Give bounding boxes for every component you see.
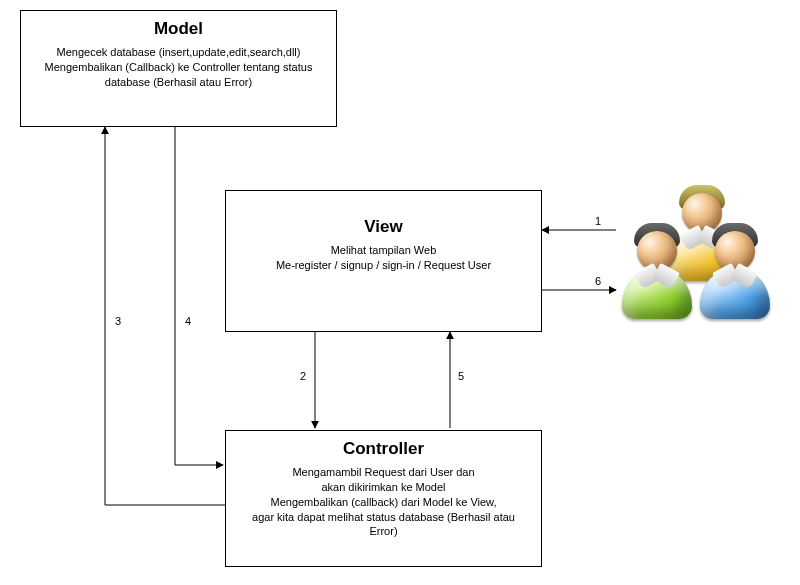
label-6: 6: [595, 275, 601, 287]
view-desc-l1: Melihat tampilan Web: [331, 244, 437, 256]
label-1: 1: [595, 215, 601, 227]
view-box: View Melihat tampilan Web Me-register / …: [225, 190, 542, 332]
label-5: 5: [458, 370, 464, 382]
model-box: Model Mengecek database (insert,update,e…: [20, 10, 337, 127]
controller-title: Controller: [226, 431, 541, 461]
view-title: View: [226, 191, 541, 239]
users-icon: [615, 185, 775, 345]
user-blue-icon: [693, 223, 777, 333]
user-green-icon: [615, 223, 699, 333]
arrow-3-icon: [105, 127, 225, 505]
view-desc-l2: Me-register / signup / sign-in / Request…: [276, 259, 491, 271]
label-2: 2: [300, 370, 306, 382]
label-4: 4: [185, 315, 191, 327]
model-title: Model: [21, 11, 336, 41]
controller-desc-l3: Mengembalikan (callback) dari Model ke V…: [270, 496, 496, 508]
controller-desc-l2: akan dikirimkan ke Model: [321, 481, 445, 493]
model-desc-l2: Mengembalikan (Callback) ke Controller t…: [45, 61, 313, 73]
arrow-4-icon: [175, 127, 223, 465]
controller-box: Controller Mengamambil Request dari User…: [225, 430, 542, 567]
model-desc: Mengecek database (insert,update,edit,se…: [21, 41, 336, 100]
model-desc-l1: Mengecek database (insert,update,edit,se…: [57, 46, 301, 58]
controller-desc-l5: Error): [369, 525, 397, 537]
label-3: 3: [115, 315, 121, 327]
controller-desc-l1: Mengamambil Request dari User dan: [292, 466, 474, 478]
controller-desc: Mengamambil Request dari User dan akan d…: [226, 461, 541, 549]
view-desc: Melihat tampilan Web Me-register / signu…: [226, 239, 541, 283]
model-desc-l3: database (Berhasil atau Error): [105, 76, 252, 88]
controller-desc-l4: agar kita dapat melihat status database …: [252, 511, 515, 523]
